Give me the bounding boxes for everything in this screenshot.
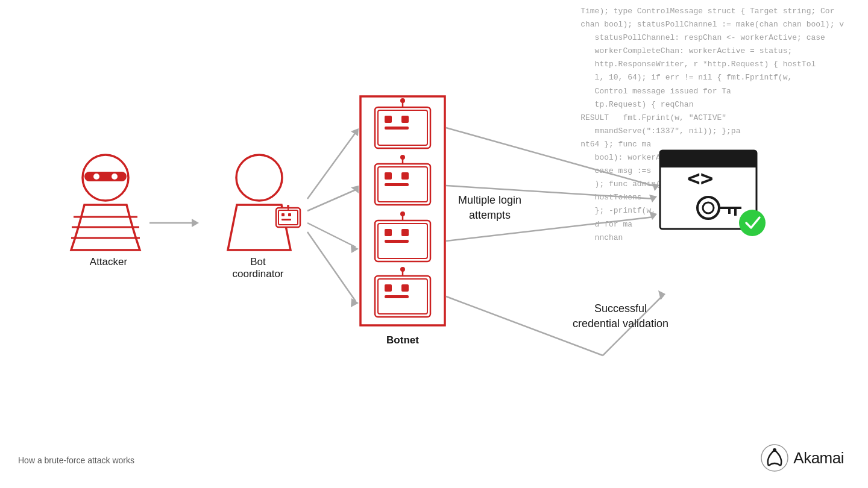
svg-rect-28	[385, 116, 392, 123]
diagram-svg: <>	[0, 0, 868, 488]
svg-rect-43	[401, 229, 409, 236]
svg-point-46	[400, 211, 405, 216]
svg-rect-33	[375, 164, 430, 205]
svg-rect-50	[401, 284, 409, 292]
svg-point-32	[400, 98, 405, 103]
svg-rect-13	[288, 213, 291, 216]
svg-rect-44	[385, 240, 409, 243]
svg-rect-30	[385, 127, 409, 130]
svg-rect-11	[278, 210, 298, 225]
svg-point-74	[773, 448, 776, 452]
svg-marker-20	[351, 186, 359, 193]
svg-rect-47	[375, 276, 430, 317]
svg-rect-48	[378, 279, 427, 314]
footer-label: How a brute-force attack works	[18, 455, 134, 465]
svg-marker-55	[652, 183, 659, 191]
svg-rect-63	[660, 151, 756, 229]
svg-rect-51	[385, 295, 409, 298]
svg-marker-22	[351, 245, 359, 253]
svg-rect-35	[385, 172, 392, 180]
botnet-label: Botnet	[373, 334, 433, 346]
svg-rect-29	[401, 116, 409, 123]
svg-point-67	[697, 197, 719, 219]
coordinator-label: Bot coordinator	[216, 256, 300, 280]
svg-point-16	[287, 205, 289, 207]
svg-rect-64	[660, 151, 756, 167]
svg-rect-49	[385, 284, 392, 292]
svg-rect-27	[378, 110, 427, 145]
code-background: Time); type ControlMessage struct { Targ…	[555, 0, 868, 325]
svg-marker-57	[649, 195, 657, 202]
svg-point-3	[112, 174, 118, 180]
svg-point-39	[400, 155, 405, 160]
svg-point-72	[739, 210, 766, 236]
svg-rect-14	[281, 219, 291, 221]
svg-rect-40	[375, 221, 430, 261]
svg-line-54	[446, 128, 657, 187]
akamai-icon	[760, 443, 790, 473]
svg-line-23	[307, 232, 356, 301]
svg-point-2	[93, 174, 99, 180]
credential-label: Successful credential validation	[573, 301, 668, 331]
svg-rect-41	[378, 224, 427, 258]
svg-rect-37	[385, 183, 409, 186]
svg-marker-62	[658, 290, 665, 300]
svg-marker-24	[351, 298, 359, 307]
svg-point-68	[703, 202, 714, 213]
svg-rect-1	[84, 172, 127, 181]
akamai-text: Akamai	[793, 449, 844, 468]
svg-point-9	[236, 155, 282, 201]
svg-marker-18	[351, 128, 359, 136]
svg-rect-25	[360, 96, 445, 325]
svg-marker-59	[649, 211, 657, 220]
svg-line-19	[307, 190, 356, 211]
svg-point-53	[400, 267, 405, 272]
svg-point-0	[83, 155, 128, 201]
svg-rect-42	[385, 229, 392, 236]
svg-rect-34	[378, 167, 427, 202]
svg-rect-65	[660, 159, 756, 167]
attacker-label: Attacker	[72, 256, 145, 268]
svg-line-17	[307, 133, 356, 199]
akamai-logo: Akamai	[760, 443, 844, 473]
svg-line-21	[307, 223, 356, 247]
svg-text:<>: <>	[687, 166, 713, 190]
svg-rect-26	[375, 107, 430, 148]
svg-rect-36	[401, 172, 409, 180]
login-attempts-label: Multiple login attempts	[458, 193, 521, 223]
svg-marker-8	[192, 219, 199, 227]
svg-rect-12	[281, 213, 285, 216]
svg-rect-10	[276, 208, 300, 227]
